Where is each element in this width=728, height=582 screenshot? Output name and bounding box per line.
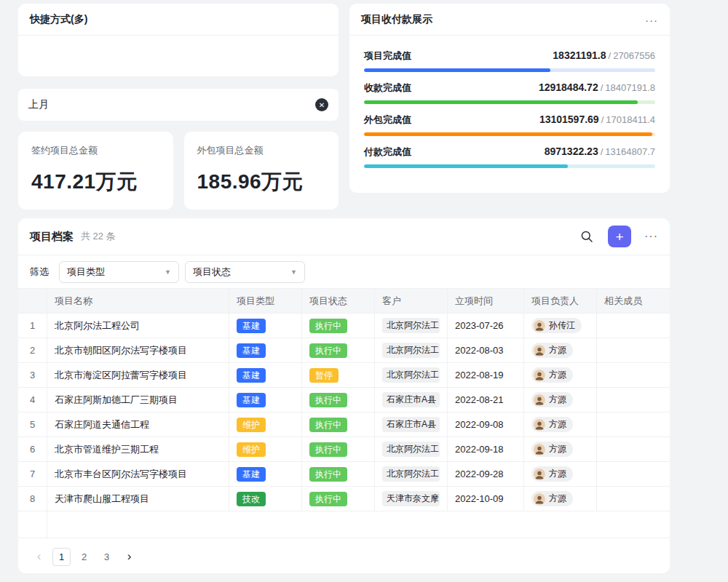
start-date-cell[interactable]: 2022-09-18 (448, 437, 524, 461)
more-icon[interactable]: ··· (645, 14, 658, 26)
project-status-cell[interactable]: 执行中 (302, 338, 375, 362)
progress-track (364, 68, 655, 72)
project-name-cell[interactable]: 北京市丰台区阿尔法写字楼项目 (47, 462, 229, 486)
project-status-cell[interactable]: 执行中 (302, 412, 375, 436)
payments-card: 项目收付款展示 ··· 项目完成值 18321191.8/27067556 收款… (349, 4, 670, 193)
add-record-button[interactable]: + (608, 226, 631, 247)
members-cell[interactable] (597, 437, 670, 461)
pagination-page-2[interactable]: 2 (75, 548, 93, 566)
customer-cell[interactable]: 北京阿尔法工 (375, 338, 448, 362)
start-date-cell[interactable]: 2023-07-26 (448, 314, 524, 338)
owner-cell[interactable]: 孙传江 (524, 314, 597, 338)
avatar (534, 394, 545, 406)
project-type-cell[interactable]: 基建 (229, 363, 302, 387)
owner-cell[interactable]: 方源 (524, 487, 597, 511)
customer-cell[interactable]: 北京阿尔法工 (375, 462, 448, 486)
start-date-cell[interactable]: 2022-08-21 (448, 388, 524, 412)
start-date-cell[interactable]: 2022-09-28 (448, 462, 524, 486)
clear-filter-icon[interactable]: ✕ (315, 98, 328, 111)
project-status-cell[interactable]: 暂停 (302, 363, 375, 387)
column-header-members[interactable]: 相关成员 (597, 289, 670, 313)
table-row[interactable]: 7 北京市丰台区阿尔法写字楼项目 基建 执行中 北京阿尔法工 2022-09-2… (18, 462, 670, 487)
progress-label: 外包完成值 (364, 113, 411, 127)
table-row[interactable]: 1 北京阿尔法工程公司 基建 执行中 北京阿尔法工 2023-07-26 孙传江 (18, 314, 670, 338)
start-date-cell[interactable]: 2022-10-09 (448, 487, 524, 511)
pagination-page-1[interactable]: 1 (52, 548, 71, 566)
column-header-name[interactable]: 项目名称 (47, 289, 229, 313)
project-type-cell[interactable]: 维护 (229, 412, 302, 436)
project-name-cell[interactable]: 北京市海淀区阿拉蕾写字楼项目 (47, 363, 229, 387)
owner-cell[interactable]: 方源 (524, 388, 597, 412)
column-header-customer[interactable]: 客户 (375, 289, 448, 313)
chevron-down-icon: ▼ (290, 268, 297, 276)
customer-cell[interactable]: 北京阿尔法工 (375, 314, 448, 338)
project-name-cell[interactable]: 石家庄阿道夫通信工程 (47, 412, 229, 436)
column-header-type[interactable]: 项目类型 (229, 289, 302, 313)
project-type-filter-dropdown[interactable]: 项目类型 ▼ (59, 261, 179, 283)
members-cell[interactable] (597, 412, 670, 436)
project-status-cell[interactable]: 执行中 (302, 462, 375, 486)
owner-cell[interactable]: 方源 (524, 412, 597, 436)
owner-cell[interactable]: 方源 (524, 437, 597, 461)
table-row[interactable]: 3 北京市海淀区阿拉蕾写字楼项目 基建 暂停 北京阿尔法工 2022-08-19… (18, 363, 670, 388)
project-type-cell[interactable]: 基建 (229, 314, 302, 338)
progress-label: 付款完成值 (364, 146, 411, 159)
pagination-next-icon[interactable]: › (120, 548, 138, 566)
type-tag: 基建 (237, 467, 266, 482)
column-header-owner[interactable]: 项目负责人 (524, 289, 597, 313)
members-cell[interactable] (597, 487, 670, 511)
search-icon[interactable] (580, 230, 593, 243)
project-status-cell[interactable]: 执行中 (302, 487, 375, 511)
project-type-cell[interactable]: 技改 (229, 487, 302, 511)
start-date-cell[interactable]: 2022-08-03 (448, 338, 524, 362)
time-filter-value: 上月 (28, 98, 49, 111)
members-cell[interactable] (597, 338, 670, 362)
owner-cell[interactable]: 方源 (524, 338, 597, 362)
table-row[interactable]: 8 天津市爬山服工程项目 技改 执行中 天津市奈文摩 2022-10-09 方源 (18, 487, 670, 511)
project-name-cell[interactable]: 北京阿尔法工程公司 (47, 314, 229, 338)
customer-cell[interactable]: 北京阿尔法工 (375, 437, 448, 461)
table-row[interactable]: 6 北京市管道维护三期工程 维护 执行中 北京阿尔法工 2022-09-18 方… (18, 437, 670, 462)
customer-cell[interactable]: 天津市奈文摩 (375, 487, 448, 511)
left-column: 快捷方式(多) 上月 ✕ 签约项目总金额 417.21万元 外包项目总金额 18… (18, 4, 339, 210)
project-status-cell[interactable]: 执行中 (302, 388, 375, 412)
members-cell[interactable] (597, 314, 670, 338)
project-name-cell[interactable]: 北京市管道维护三期工程 (47, 437, 229, 461)
table-row[interactable]: 2 北京市朝阳区阿尔法写字楼项目 基建 执行中 北京阿尔法工 2022-08-0… (18, 338, 670, 363)
project-status-cell[interactable]: 执行中 (302, 314, 375, 338)
project-name-cell[interactable]: 天津市爬山服工程项目 (47, 487, 229, 511)
progress-fill (364, 68, 550, 72)
project-type-cell[interactable]: 维护 (229, 437, 302, 461)
progress-row-project: 项目完成值 18321191.8/27067556 (364, 49, 655, 72)
project-status-cell[interactable]: 执行中 (302, 437, 375, 461)
table-row[interactable]: 4 石家庄阿斯加德工厂三期项目 基建 执行中 石家庄市A县 2022-08-21… (18, 388, 670, 412)
table-row[interactable]: 5 石家庄阿道夫通信工程 维护 执行中 石家庄市A县 2022-09-08 方源 (18, 412, 670, 437)
members-cell[interactable] (597, 462, 670, 486)
owner-cell[interactable]: 方源 (524, 462, 597, 486)
more-icon[interactable]: ··· (644, 230, 658, 243)
owner-cell[interactable]: 方源 (524, 363, 597, 387)
customer-cell[interactable]: 石家庄市A县 (375, 412, 448, 436)
project-status-filter-dropdown[interactable]: 项目状态 ▼ (185, 261, 305, 283)
pagination-prev-icon[interactable]: ‹ (30, 548, 48, 566)
pagination: ‹ 1 2 3 › (30, 548, 138, 566)
column-header-status[interactable]: 项目状态 (302, 289, 375, 313)
customer-cell[interactable]: 石家庄市A县 (375, 388, 448, 412)
progress-track (364, 100, 655, 104)
project-type-cell[interactable]: 基建 (229, 338, 302, 362)
owner-name: 方源 (549, 493, 566, 505)
members-cell[interactable] (597, 388, 670, 412)
project-name-cell[interactable]: 石家庄阿斯加德工厂三期项目 (47, 388, 229, 412)
time-filter-pill[interactable]: 上月 ✕ (18, 89, 339, 121)
project-type-cell[interactable]: 基建 (229, 388, 302, 412)
project-type-cell[interactable]: 基建 (229, 462, 302, 486)
members-cell[interactable] (597, 363, 670, 387)
start-date-cell[interactable]: 2022-08-19 (448, 363, 524, 387)
avatar (534, 469, 545, 480)
project-name-cell[interactable]: 北京市朝阳区阿尔法写字楼项目 (47, 338, 229, 362)
customer-cell[interactable]: 北京阿尔法工 (375, 363, 448, 387)
column-header-date[interactable]: 立项时间 (448, 289, 524, 313)
pagination-page-3[interactable]: 3 (98, 548, 116, 566)
progress-fill (364, 164, 568, 168)
start-date-cell[interactable]: 2022-09-08 (448, 412, 524, 436)
